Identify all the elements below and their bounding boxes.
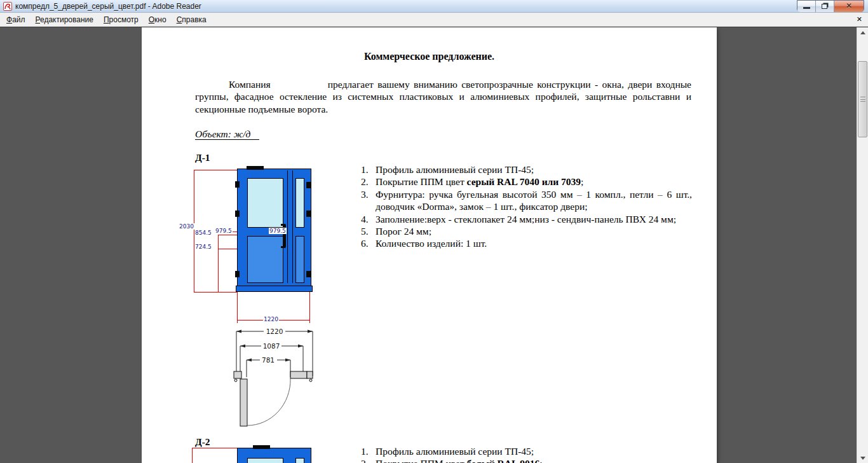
- item-number: 1.: [361, 445, 376, 457]
- spec-list-d2: 1.Профиль алюминиевый серии ТП-45; 2.Пок…: [361, 445, 692, 463]
- section-heading-d1: Д-1: [195, 152, 210, 163]
- sidelight-glass-top: [295, 178, 304, 228]
- plan-dim-outer: 1220: [266, 328, 283, 335]
- hinge-marker: [235, 181, 240, 188]
- intro-lead: Компания: [229, 79, 271, 90]
- menu-edit-key: Р: [36, 15, 40, 24]
- list-item: 3.Фурнитура: ручка бугельная высотой 350…: [361, 188, 692, 213]
- item-text: Профиль алюминиевый серии ТП-45;: [376, 445, 692, 457]
- list-item: 1.Профиль алюминиевый серии ТП-45;: [361, 445, 692, 457]
- dim-leaf-left: 979.5: [215, 228, 233, 234]
- list-item: 5.Порог 24 мм;: [361, 225, 692, 237]
- menu-window-key: О: [149, 15, 154, 24]
- menu-window[interactable]: Окно: [144, 13, 172, 26]
- dimension-line: [192, 448, 237, 448]
- scroll-down-button[interactable]: [857, 453, 868, 463]
- document-close-icon[interactable]: ✕: [857, 15, 862, 24]
- page-title: Коммерческое предложение.: [142, 51, 717, 62]
- title-bar[interactable]: компредл_5_дверей_серый_цвет.pdf - Adobe…: [0, 0, 868, 13]
- door-front-drawing: 2030 854.5 724.5 979.5 979.5 1220: [180, 163, 326, 326]
- item-number: 6.: [361, 237, 376, 249]
- close-icon: ✕: [834, 1, 864, 10]
- door-panel-bottom: [247, 236, 283, 283]
- door-frame-d2: [237, 448, 311, 463]
- menu-view[interactable]: Просмотр: [98, 13, 144, 26]
- list-item: 1.Профиль алюминиевый серии ТП-45;: [361, 163, 692, 176]
- mullion-line: [292, 170, 293, 283]
- close-button[interactable]: ✕: [834, 1, 864, 12]
- item-number: 1.: [361, 163, 376, 176]
- item-number: 2.: [361, 457, 376, 463]
- scrollbar-grip-icon: [860, 97, 865, 102]
- item-text: Покрытие ППМ цвет серый RAL 7040 или 703…: [376, 176, 692, 188]
- dimension-line: [237, 292, 238, 323]
- adobe-reader-icon: [3, 2, 12, 11]
- door-glass-top: [247, 458, 283, 463]
- dimension-line: [194, 292, 237, 293]
- item-text: Профиль алюминиевый серии ТП-45;: [376, 163, 692, 176]
- door-plan-drawing: 1220 1087 781: [226, 324, 346, 432]
- dimension-line: [218, 235, 219, 292]
- sidelight-glass-top: [295, 458, 304, 463]
- sidelight-panel-bottom: [295, 236, 304, 283]
- hinge-marker: [306, 271, 311, 277]
- dimension-line: [192, 448, 193, 463]
- object-text: Объект: ж/д: [195, 128, 259, 140]
- hinge-marker: [235, 211, 240, 217]
- menu-items: Файл Редактирование Просмотр Окно Справк…: [0, 13, 868, 26]
- hinge-marker: [306, 211, 311, 217]
- arrow-down-icon: [860, 457, 865, 460]
- window-controls: ✕: [797, 0, 864, 12]
- restore-icon: [822, 4, 827, 9]
- list-item: 6.Количество изделий: 1 шт.: [361, 237, 692, 249]
- scroll-up-button[interactable]: [857, 27, 868, 38]
- menu-file-key: Ф: [6, 15, 12, 24]
- door-front-drawing-d2: [187, 443, 327, 463]
- menu-bar: Файл Редактирование Просмотр Окно Справк…: [0, 13, 868, 27]
- menu-file[interactable]: Файл: [1, 13, 31, 26]
- arrow-up-icon: [860, 31, 865, 34]
- scrollbar-thumb[interactable]: [858, 61, 867, 137]
- item-number: 4.: [361, 213, 376, 225]
- menu-edit-rest: едактирование: [40, 15, 93, 24]
- item-number: 3.: [361, 188, 376, 213]
- door-swing-arc: [247, 378, 290, 425]
- dim-leaf-right: 979.5: [269, 228, 287, 234]
- item-number: 2.: [361, 176, 376, 188]
- window-title: компредл_5_дверей_серый_цвет.pdf - Adobe…: [15, 2, 201, 11]
- dimension-line: [194, 170, 237, 170]
- menu-help-rest: правка: [182, 15, 206, 24]
- mullion-line: [287, 170, 288, 283]
- dim-mid-upper: 854.5: [194, 230, 212, 236]
- plan-frame-sections: [234, 371, 313, 426]
- spec-list-d1: 1.Профиль алюминиевый серии ТП-45; 2.Пок…: [361, 163, 692, 250]
- door-threshold: [236, 286, 313, 292]
- menu-edit[interactable]: Редактирование: [31, 13, 98, 26]
- minimize-icon: [803, 7, 810, 9]
- hinge-marker: [235, 271, 240, 277]
- item-text: Фурнитура: ручка бугельная высотой 350 м…: [376, 188, 692, 213]
- item-text: Порог 24 мм;: [376, 225, 692, 237]
- dimension-line: [309, 292, 310, 323]
- vertical-scrollbar[interactable]: [857, 27, 868, 463]
- dim-width: 1220: [263, 316, 279, 322]
- menu-help[interactable]: Справка: [172, 13, 212, 26]
- item-text: Заполнение:верх - стеклопакет 24 мм;низ …: [376, 213, 692, 225]
- pdf-page: Коммерческое предложение. Компанияпредла…: [142, 27, 717, 463]
- item-text: Количество изделий: 1 шт.: [376, 237, 692, 249]
- plan-dim-leaf: 781: [262, 356, 275, 364]
- menu-file-rest: айл: [12, 15, 25, 24]
- minimize-button[interactable]: [797, 1, 816, 12]
- menu-view-rest: росмотр: [109, 15, 139, 24]
- object-line: Объект: ж/д: [195, 128, 259, 140]
- menu-view-key: П: [104, 15, 109, 24]
- door-glass-top: [247, 178, 283, 228]
- door-closer-marker: [253, 445, 270, 449]
- intro-paragraph: Компанияпредлагает вашему вниманию свето…: [195, 78, 691, 115]
- item-text: Покрытие ППМ цвет белый RAL 9016;: [376, 457, 692, 463]
- restore-button[interactable]: [816, 1, 834, 12]
- dim-mid-lower: 724.5: [194, 244, 212, 250]
- list-item: 2.Покрытие ППМ цвет белый RAL 9016;: [361, 457, 692, 463]
- plan-dimension-lines: [236, 331, 313, 377]
- list-item: 4.Заполнение:верх - стеклопакет 24 мм;ни…: [361, 213, 692, 225]
